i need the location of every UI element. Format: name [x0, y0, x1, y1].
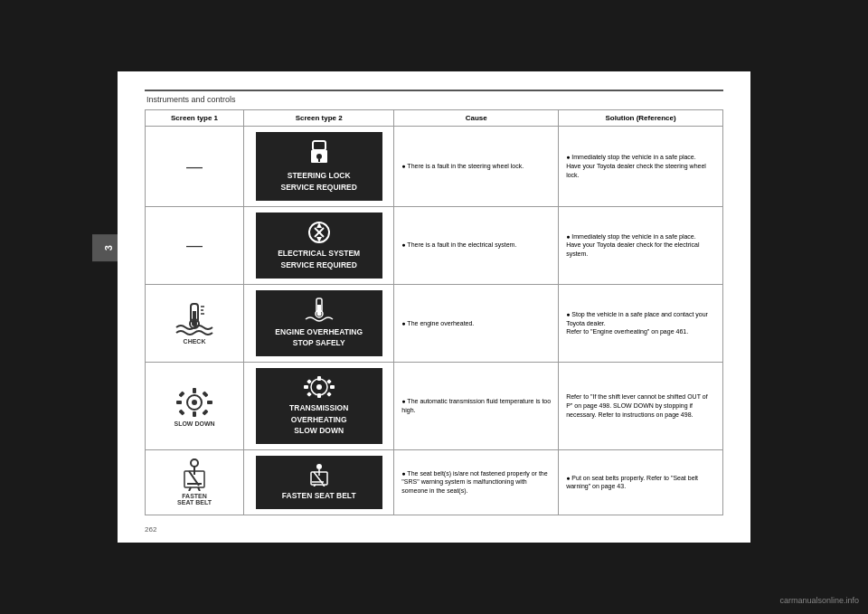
page-number: 262 [145, 525, 156, 534]
check-engine-icon: CHECK [153, 302, 236, 345]
cause-cell: ● The seat belt(s) is/are not fastened p… [394, 450, 559, 515]
svg-point-2 [316, 154, 322, 159]
svg-rect-22 [193, 388, 196, 393]
screen1-cell: CHECK [146, 284, 244, 362]
svg-point-12 [192, 321, 197, 326]
svg-point-47 [316, 464, 322, 469]
screen2-cell: ELECTRICAL SYSTEMSERVICE REQUIRED [244, 206, 394, 284]
steering-lock-label: STEERING LOCKSERVICE REQUIRED [267, 170, 372, 194]
svg-point-21 [192, 400, 197, 405]
dash-icon2: — [153, 236, 236, 255]
svg-rect-32 [317, 376, 321, 381]
svg-rect-34 [304, 385, 308, 389]
solution-cell: ● Immediately stop the vehicle in a safe… [559, 127, 723, 206]
svg-rect-25 [207, 401, 212, 404]
transmission-label: TRANSMISSIONOVERHEATINGSLOW DOWN [267, 402, 372, 437]
solution-cell: ● Put on seat belts properly. Refer to "… [559, 450, 723, 515]
steering-lock-icon [303, 139, 335, 166]
svg-rect-39 [326, 392, 332, 397]
screen2-cell: FASTEN SEAT BELT [244, 450, 394, 515]
solution-cell: Refer to "If the shift lever cannot be s… [559, 363, 723, 450]
svg-rect-29 [203, 409, 209, 415]
check-label: CHECK [184, 338, 206, 345]
screen1-cell: — [146, 206, 244, 284]
table-row: SLOW DOWN [146, 363, 723, 450]
cause-cell: ● There is a fault in the electrical sys… [394, 206, 559, 284]
svg-rect-26 [179, 391, 185, 397]
svg-rect-36 [307, 379, 312, 384]
watermark: carmanualsonline.info [779, 596, 859, 605]
solution-cell: ● Stop the vehicle in a safe place and c… [559, 284, 723, 362]
screen1-cell: — [146, 127, 244, 206]
page: Instruments and controls 3 Screen type 1… [118, 71, 750, 542]
table-row: — STEERING LOCKSERVICE REQUIRED ● [146, 127, 723, 206]
col-header-screen1: Screen type 1 [146, 110, 244, 127]
steering-lock-warning: STEERING LOCKSERVICE REQUIRED [256, 132, 382, 200]
table-row: FASTENSEAT BELT [146, 450, 723, 515]
overheating-warning: ENGINE OVERHEATINGSTOP SAFELY [256, 290, 382, 356]
col-header-cause: Cause [394, 110, 559, 127]
table-row: — ELECTRICAL SYSTEMSERVICE REQUIRED [146, 206, 723, 284]
seatbelt-person-icon [175, 458, 213, 491]
electrical-icon [302, 220, 336, 245]
cause-cell: ● The engine overheated. [394, 284, 559, 362]
seatbelt-warning: FASTEN SEAT BELT [256, 456, 382, 509]
dash-icon: — [153, 157, 236, 176]
svg-point-19 [316, 311, 321, 316]
svg-rect-35 [330, 385, 335, 389]
screen2-cell: TRANSMISSIONOVERHEATINGSLOW DOWN [244, 363, 394, 450]
col-header-screen2: Screen type 2 [244, 110, 394, 127]
fasten-seatbelt-label: FASTENSEAT BELT [177, 493, 212, 505]
svg-rect-27 [203, 391, 209, 397]
svg-rect-0 [313, 141, 326, 150]
svg-rect-38 [307, 392, 312, 397]
overheating-icon [302, 298, 336, 323]
seatbelt-screen1-icon: FASTENSEAT BELT [153, 458, 236, 505]
transmission-warning: TRANSMISSIONOVERHEATINGSLOW DOWN [256, 368, 382, 444]
slow-down-icon: SLOW DOWN [153, 386, 236, 427]
screen1-cell: FASTENSEAT BELT [146, 450, 244, 515]
transmission-icon [303, 375, 335, 399]
cause-cell: ● The automatic transmission fluid tempe… [394, 363, 559, 450]
overheating-label: ENGINE OVERHEATINGSTOP SAFELY [267, 326, 372, 350]
thermometer-icon [172, 302, 217, 336]
screen1-cell: SLOW DOWN [146, 363, 244, 450]
svg-rect-23 [193, 411, 196, 417]
screen2-cell: ENGINE OVERHEATINGSTOP SAFELY [244, 284, 394, 362]
svg-point-31 [316, 384, 322, 390]
electrical-label: ELECTRICAL SYSTEMSERVICE REQUIRED [267, 248, 372, 271]
svg-rect-28 [179, 409, 185, 415]
solution-cell: ● Immediately stop the vehicle in a safe… [559, 206, 723, 284]
svg-point-40 [191, 459, 198, 467]
gear-thermometer-icon [175, 386, 214, 419]
screen2-cell: STEERING LOCKSERVICE REQUIRED [244, 127, 394, 206]
svg-rect-37 [326, 379, 332, 384]
cause-cell: ● There is a fault in the steering wheel… [394, 127, 559, 206]
slow-down-label: SLOW DOWN [174, 420, 214, 427]
col-header-solution: Solution (Reference) [559, 110, 723, 127]
seatbelt-warning-label: FASTEN SEAT BELT [267, 490, 372, 502]
svg-rect-24 [176, 401, 182, 404]
chapter-tab: 3 [92, 234, 118, 261]
seatbelt-warning-icon [304, 463, 335, 486]
table-row: CHECK ENGINE OVER [146, 284, 723, 362]
svg-rect-33 [317, 393, 321, 398]
section-label: Instruments and controls [145, 90, 723, 104]
warning-table: Screen type 1 Screen type 2 Cause Soluti… [145, 109, 723, 515]
electrical-warning: ELECTRICAL SYSTEMSERVICE REQUIRED [256, 213, 382, 279]
